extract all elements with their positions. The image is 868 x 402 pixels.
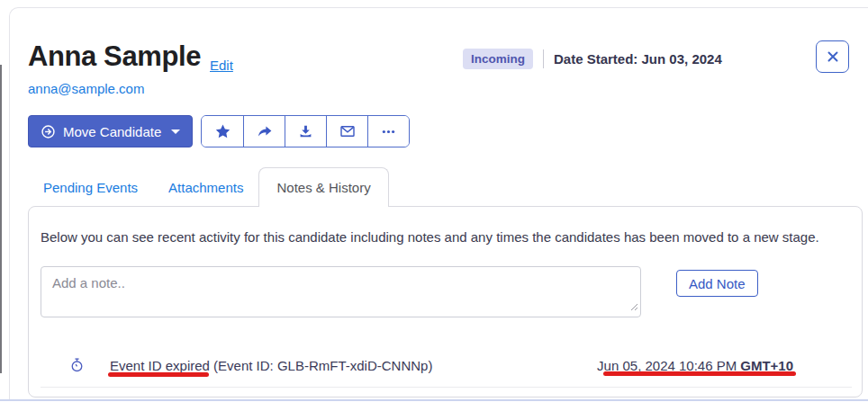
event-timezone: GMT+10 [740,358,793,373]
event-description: Event ID expired (Event ID: GLB-RmFT-xdi… [110,358,432,373]
candidate-detail-screen: Anna Sample Edit anna@sample.com Incomin… [0,0,868,402]
annotation-underline-event [108,372,209,377]
resize-handle-icon[interactable] [630,299,638,315]
download-button[interactable] [285,116,326,147]
star-button[interactable] [202,116,243,147]
tab-attachments[interactable]: Attachments [153,167,258,207]
move-candidate-button[interactable]: Move Candidate [28,115,193,147]
add-note-row: Add Note [41,266,758,317]
stopwatch-icon [69,357,85,373]
share-button[interactable] [243,116,285,147]
modal-bottom-edge [0,399,868,401]
history-row-divider [41,387,852,388]
date-started-label: Date Started: Jun 03, 2024 [554,51,722,67]
mail-icon [339,122,357,140]
tab-bar: Pending Events Attachments Notes & Histo… [28,167,389,207]
toolbar: Move Candidate [28,115,410,147]
caret-down-icon [171,130,180,134]
download-icon [297,123,314,140]
close-button[interactable] [816,40,849,73]
candidate-modal: Anna Sample Edit anna@sample.com Incomin… [9,7,868,401]
tab-notes-history[interactable]: Notes & History [258,167,388,207]
more-actions-button[interactable] [367,116,409,147]
annotation-underline-timestamp [603,371,796,376]
ellipsis-icon [380,123,397,140]
status-badge: Incoming [463,49,533,69]
vertical-divider [543,49,544,68]
email-link[interactable]: anna@sample.com [28,81,144,96]
arrow-circle-right-icon [41,124,56,139]
status-group: Incoming Date Started: Jun 03, 2024 [463,49,722,69]
page-title: Anna Sample [28,40,201,73]
move-candidate-label: Move Candidate [63,124,161,139]
add-note-button[interactable]: Add Note [676,270,758,297]
quick-actions-group [201,115,410,147]
event-datetime: Jun 05, 2024 10:46 PM [597,358,737,373]
panel-description: Below you can see recent activity for th… [41,229,835,245]
edit-link[interactable]: Edit [210,58,233,73]
mail-button[interactable] [326,116,367,147]
tab-pending-events[interactable]: Pending Events [28,167,153,207]
background-page-edge-line [0,65,2,373]
share-icon [256,123,273,140]
close-icon [825,49,841,65]
note-input-wrapper [41,266,641,317]
notes-history-panel: Below you can see recent activity for th… [28,206,863,398]
note-input[interactable] [41,266,641,317]
event-timestamp: Jun 05, 2024 10:46 PMGMT+10 [597,358,793,373]
star-icon [214,123,231,140]
